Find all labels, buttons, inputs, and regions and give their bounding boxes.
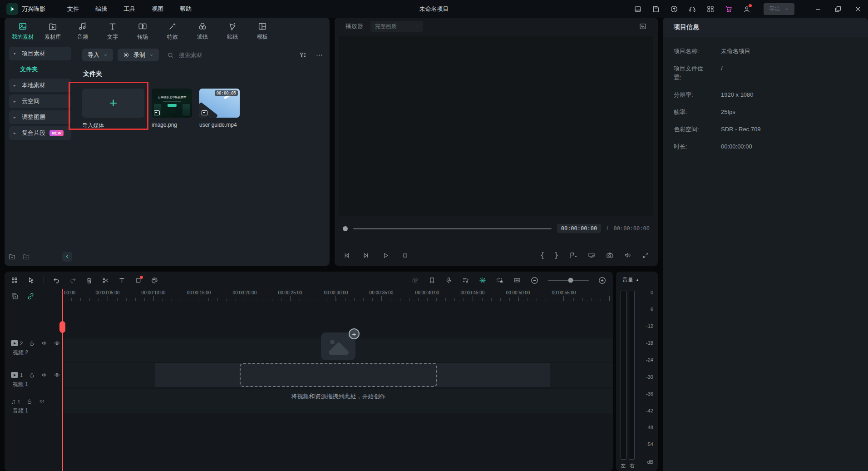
mute-track-icon[interactable] — [41, 340, 48, 347]
tab-templates[interactable]: 模板 — [250, 21, 275, 41]
menu-help[interactable]: 帮助 — [180, 5, 192, 13]
lock-track-icon[interactable] — [29, 372, 35, 378]
playhead-handle[interactable] — [59, 321, 65, 333]
split-scissors-icon[interactable] — [102, 277, 109, 284]
timeline-marker-icon[interactable] — [428, 277, 436, 284]
sidebar-item-cloud-space[interactable]: ▸ 云空间 — [9, 94, 71, 108]
ruler-label: 00:00:40:00 — [415, 290, 439, 295]
panel-layout-icon[interactable] — [634, 5, 642, 13]
display-device-button[interactable] — [587, 251, 596, 259]
lock-track-icon[interactable] — [29, 340, 35, 347]
select-tool-icon[interactable] — [27, 277, 35, 284]
record-dropdown-button[interactable]: 录制 — [118, 49, 159, 61]
marker-button[interactable] — [568, 252, 577, 259]
auto-ripple-link-icon[interactable] — [27, 293, 35, 300]
tab-audio[interactable]: 音频 — [70, 21, 95, 41]
smart-tools-icon[interactable] — [478, 276, 487, 284]
previous-frame-button[interactable] — [343, 252, 350, 259]
import-dropdown-button[interactable]: 导入 — [82, 49, 113, 61]
color-palette-icon[interactable] — [151, 277, 158, 284]
mute-track-icon[interactable] — [41, 372, 48, 378]
timeline-ruler[interactable]: 00:00 00:00:05:00 00:00:10:00 00:00:15:0… — [62, 289, 613, 301]
media-dropzone[interactable] — [240, 363, 437, 387]
account-avatar-icon[interactable] — [743, 5, 751, 13]
quality-dropdown[interactable]: 完整画质 — [370, 21, 423, 32]
hide-track-icon[interactable] — [54, 340, 60, 347]
sort-filter-icon[interactable] — [299, 51, 306, 59]
add-track-icon[interactable] — [11, 293, 19, 300]
tab-transitions[interactable]: 转场 — [130, 21, 155, 41]
delete-icon[interactable] — [85, 277, 93, 284]
timeline-lanes[interactable]: 00:00 00:00:05:00 00:00:10:00 00:00:15:0… — [62, 289, 613, 471]
search-input[interactable] — [178, 51, 261, 59]
thumb-promo-title: 万兴喵影全球焕新发布 — [158, 95, 186, 99]
tab-stock-media[interactable]: 素材库 — [40, 21, 65, 41]
timeline-zoom-slider[interactable] — [548, 280, 589, 281]
menu-view[interactable]: 视图 — [152, 5, 163, 13]
tab-effects[interactable]: 特效 — [160, 21, 185, 41]
tab-filters[interactable]: 滤镜 — [190, 21, 215, 41]
sidebar-item-compound-clip[interactable]: ▸ 复合片段 NEW — [9, 126, 71, 140]
preview-waveform-icon[interactable] — [639, 22, 647, 30]
redo-icon[interactable] — [69, 277, 77, 284]
fullscreen-button[interactable] — [642, 252, 650, 259]
scrubber-track[interactable] — [353, 228, 552, 229]
import-media-card[interactable]: + 导入媒体 — [82, 89, 144, 129]
add-media-plus-icon[interactable]: + — [349, 328, 360, 339]
audio-mixer-icon[interactable] — [462, 277, 469, 284]
export-button[interactable]: 导出 — [764, 3, 794, 15]
my-media-icon — [18, 21, 28, 31]
mark-out-button[interactable]: } — [554, 251, 558, 259]
project-info-panel: 项目信息 项目名称: 未命名项目 项目文件位置: / 分辨率: 1920 x 1… — [663, 18, 868, 471]
delete-folder-icon[interactable] — [22, 253, 30, 261]
store-cart-icon[interactable] — [725, 5, 733, 13]
channel-left-label: 左 — [621, 462, 626, 469]
upload-cloud-icon[interactable] — [670, 5, 678, 13]
zoom-slider-handle[interactable] — [568, 278, 573, 283]
mark-in-button[interactable]: { — [540, 251, 544, 259]
tab-my-media[interactable]: 我的素材 — [10, 21, 35, 41]
undo-icon[interactable] — [53, 277, 60, 284]
scrubber-handle[interactable] — [343, 226, 348, 231]
menu-edit[interactable]: 编辑 — [95, 5, 107, 13]
apps-grid-icon[interactable] — [706, 5, 715, 13]
crop-mask-icon[interactable] — [134, 277, 142, 284]
minimize-button[interactable] — [814, 5, 822, 13]
track-manager-icon[interactable] — [11, 277, 19, 284]
snapshot-camera-button[interactable] — [606, 251, 614, 259]
hide-track-icon[interactable] — [54, 372, 60, 378]
tab-text[interactable]: 文字 — [100, 21, 125, 41]
lock-track-icon[interactable] — [26, 398, 33, 405]
playhead-line[interactable] — [62, 289, 63, 471]
zoom-out-icon[interactable] — [530, 276, 539, 285]
close-button[interactable] — [854, 5, 862, 13]
sidebar-item-project-materials[interactable]: ▾ 项目素材 — [9, 47, 71, 60]
text-tool-icon[interactable] — [118, 277, 126, 284]
tab-stickers[interactable]: 贴纸 — [220, 21, 245, 41]
ruler-label: 00:00:35:00 — [370, 290, 394, 295]
sidebar-item-adjustment-layer[interactable]: ▸ 调整图层 — [9, 110, 71, 124]
menu-tools[interactable]: 工具 — [123, 5, 135, 13]
more-options-icon[interactable] — [316, 51, 323, 59]
save-icon[interactable] — [652, 5, 660, 13]
fit-timeline-icon[interactable] — [513, 276, 521, 284]
player-volume-button[interactable] — [624, 251, 632, 259]
stop-button[interactable] — [401, 252, 409, 259]
mute-track-icon[interactable] — [39, 398, 45, 405]
menu-file[interactable]: 文件 — [67, 5, 79, 13]
preview-range-icon[interactable] — [496, 276, 504, 284]
next-frame-button[interactable] — [362, 252, 370, 259]
collapse-sidebar-button[interactable] — [62, 252, 72, 262]
new-folder-icon[interactable] — [8, 253, 16, 261]
media-item-image[interactable]: 万兴喵影全球焕新发布 image.png — [152, 89, 192, 128]
zoom-in-icon[interactable] — [598, 276, 607, 285]
voiceover-mic-icon[interactable] — [445, 277, 453, 284]
render-preview-icon[interactable] — [411, 277, 419, 284]
maximize-button[interactable] — [834, 5, 842, 13]
volume-header[interactable]: 音量 ▲ — [622, 276, 639, 284]
play-button[interactable] — [382, 252, 390, 259]
support-headset-icon[interactable] — [688, 5, 696, 13]
sidebar-item-folder-selected[interactable]: 文件夹 — [9, 63, 71, 76]
media-item-video[interactable]: 00:00:05 user guide.mp4 — [199, 89, 240, 128]
sidebar-item-local-media[interactable]: ▸ 本地素材 — [9, 79, 71, 92]
